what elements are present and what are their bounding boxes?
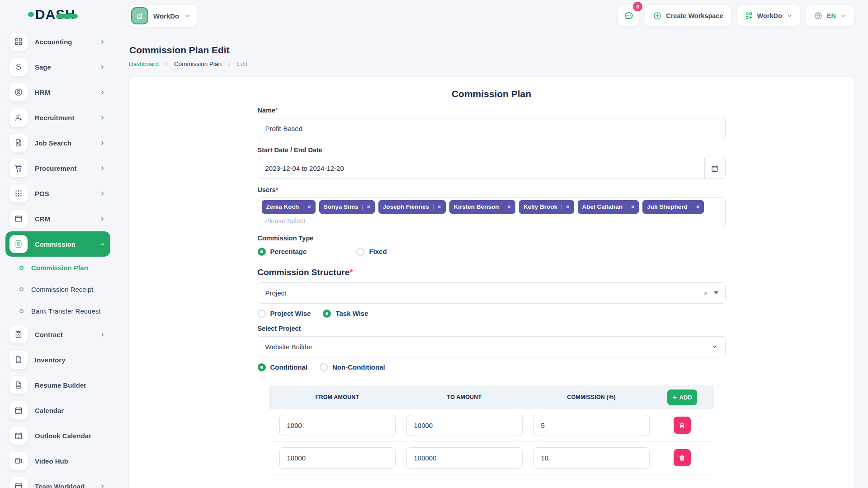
workdo-menu-label: WorkDo: [757, 12, 782, 19]
sidebar-icon-box: [9, 325, 28, 343]
calendar-button[interactable]: [704, 158, 726, 179]
remove-tag-icon[interactable]: ×: [692, 204, 700, 210]
breadcrumb-separator-icon: [226, 61, 232, 67]
select-project-label: Select Project: [258, 325, 726, 332]
select-project-value: Website Builder: [265, 343, 313, 351]
radio-unselected-icon[interactable]: [320, 363, 328, 371]
radio-option-fixed[interactable]: Fixed: [356, 248, 387, 256]
radio-option-non-conditional[interactable]: Non-Conditional: [320, 363, 385, 371]
sidebar-item-team-workload[interactable]: Team Workload: [5, 474, 110, 488]
radio-unselected-icon[interactable]: [258, 310, 266, 318]
radio-option-project-wise[interactable]: Project Wise: [258, 310, 311, 318]
sidebar-subitem-label: Commission Receipt: [31, 286, 94, 293]
messages-button[interactable]: 0: [618, 5, 639, 26]
to-amount-input[interactable]: [406, 447, 523, 469]
plus-circle-icon: [653, 11, 662, 20]
remove-tag-icon[interactable]: ×: [433, 204, 441, 210]
commission-input[interactable]: [533, 447, 650, 469]
radio-label: Percentage: [270, 248, 307, 255]
sidebar-item-calendar[interactable]: Calendar: [5, 398, 110, 423]
radio-unselected-icon[interactable]: [356, 248, 364, 256]
radio-option-percentage[interactable]: Percentage: [258, 248, 307, 256]
sidebar-item-label: Video Hub: [35, 457, 68, 465]
browser-icon: [14, 214, 23, 223]
sidebar-subitem-commission-receipt[interactable]: Commission Receipt: [5, 278, 110, 300]
sidebar-item-pos[interactable]: POS: [5, 181, 110, 206]
user-tag: Kirsten Benson×: [449, 200, 515, 214]
sidebar-item-resume-builder[interactable]: Resume Builder: [5, 372, 110, 398]
to-amount-input[interactable]: [406, 415, 523, 436]
sidebar: DASH AccountingSSageHRMRecruitmentJob Se…: [0, 0, 122, 488]
sidebar-item-accounting[interactable]: Accounting: [5, 29, 110, 54]
workspace-switcher[interactable]: WorkDo: [129, 5, 197, 27]
date-range-input[interactable]: [258, 158, 704, 179]
radio-option-conditional[interactable]: Conditional: [258, 363, 308, 371]
add-row-button[interactable]: ADD: [667, 389, 697, 405]
sidebar-item-label: Inventory: [35, 356, 66, 364]
chevron-right-icon: [99, 64, 106, 70]
sidebar-item-commission[interactable]: Commission: [5, 231, 110, 257]
create-workspace-button[interactable]: Create Workspace: [645, 5, 731, 26]
sidebar-item-outlook-calendar[interactable]: Outlook Calendar: [5, 423, 110, 448]
radio-selected-icon[interactable]: [323, 310, 331, 318]
column-header: TO AMOUNT: [406, 394, 523, 400]
person-plus-icon: [14, 113, 23, 122]
sidebar-subitem-bank-transfer-request[interactable]: Bank Transfer Request: [5, 300, 110, 322]
radio-option-task-wise[interactable]: Task Wise: [323, 310, 368, 318]
breadcrumb-item-commission-plan: Commission Plan: [174, 61, 222, 67]
app-logo[interactable]: DASH: [0, 0, 122, 29]
delete-row-button[interactable]: [674, 417, 691, 434]
remove-tag-icon[interactable]: ×: [362, 204, 370, 210]
commission-input[interactable]: [533, 415, 650, 436]
user-tag: Kelly Brook×: [519, 200, 574, 214]
sidebar-item-inventory[interactable]: Inventory: [5, 347, 110, 372]
sidebar-item-label: Outlook Calendar: [35, 432, 91, 440]
sidebar-item-video-hub[interactable]: Video Hub: [5, 448, 110, 474]
breadcrumb: DashboardCommission PlanEdit: [129, 61, 854, 67]
calendar-icon: [711, 164, 719, 173]
workspace-name: WorkDo: [153, 12, 179, 20]
chevron-right-icon: [99, 140, 106, 146]
sidebar-icon-box: [9, 83, 28, 101]
sidebar-item-procurement[interactable]: Procurement: [5, 155, 110, 181]
sidebar-item-crm[interactable]: CRM: [5, 206, 110, 231]
sidebar-subitem-commission-plan[interactable]: Commission Plan: [5, 257, 110, 278]
sidebar-item-hrm[interactable]: HRM: [5, 80, 110, 105]
radio-selected-icon[interactable]: [258, 363, 266, 371]
remove-tag-icon[interactable]: ×: [303, 204, 311, 210]
from-amount-input[interactable]: [279, 415, 396, 436]
column-header: FROM AMOUNT: [279, 394, 396, 400]
remove-tag-icon[interactable]: ×: [503, 204, 511, 210]
user-tag-label: Juli Shepherd: [647, 204, 687, 210]
remove-tag-icon[interactable]: ×: [627, 204, 635, 210]
users-multiselect[interactable]: Zenia Koch×Sonya Sims×Joseph Fiennes×Kir…: [258, 197, 726, 227]
sidebar-item-recruitment[interactable]: Recruitment: [5, 105, 110, 130]
logo-accent-dot: [28, 12, 34, 17]
name-input[interactable]: [258, 118, 726, 139]
chevron-right-icon: [99, 331, 106, 338]
clear-selection-icon[interactable]: ×: [704, 289, 708, 297]
plus-circle-icon: [653, 11, 662, 20]
grid-plus-icon: [745, 11, 753, 20]
radio-selected-icon[interactable]: [258, 248, 266, 256]
delete-row-button[interactable]: [674, 449, 691, 466]
user-tag-label: Abel Callahan: [582, 204, 623, 210]
commission-structure-select[interactable]: Project ×: [258, 282, 726, 304]
select-project-select[interactable]: Website Builder: [258, 336, 726, 357]
sidebar-item-label: CRM: [35, 215, 50, 223]
sidebar-item-sage[interactable]: SSage: [5, 54, 110, 80]
language-selector[interactable]: EN: [806, 5, 854, 26]
commission-type-options: PercentageFixed: [258, 248, 726, 256]
wise-options: Project WiseTask Wise: [258, 310, 726, 318]
from-amount-input[interactable]: [279, 447, 396, 469]
user-tag: Sonya Sims×: [319, 200, 375, 214]
sidebar-item-job-search[interactable]: Job Search: [5, 130, 110, 155]
workdo-menu-button[interactable]: WorkDo: [737, 5, 800, 26]
sidebar-item-contract[interactable]: Contract: [5, 322, 110, 347]
chevron-right-icon: [99, 140, 106, 146]
breadcrumb-item-dashboard[interactable]: Dashboard: [129, 61, 159, 67]
remove-tag-icon[interactable]: ×: [561, 204, 570, 210]
sidebar-item-label: Calendar: [35, 407, 64, 414]
chevron-right-icon: [99, 190, 106, 197]
cart-icon: [14, 164, 23, 173]
